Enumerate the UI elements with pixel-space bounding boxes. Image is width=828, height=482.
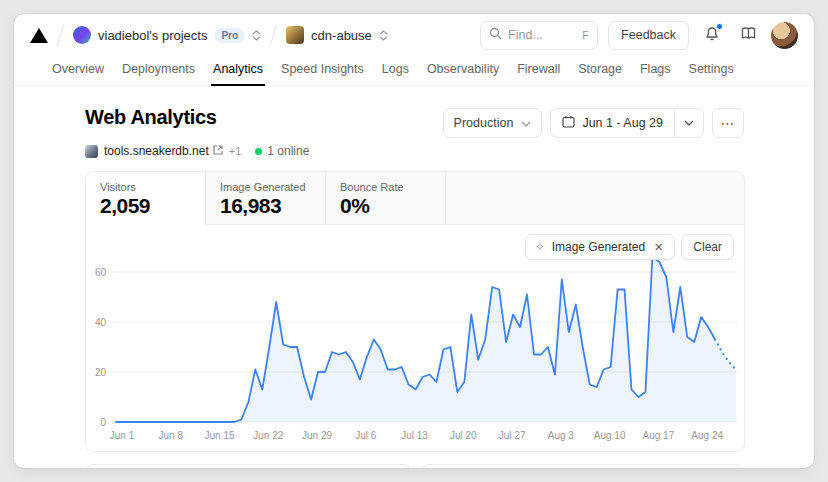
tab-observability[interactable]: Observability [419, 56, 507, 85]
stat-label: Visitors [100, 181, 191, 193]
notification-dot [716, 23, 723, 30]
stat-value: 16,983 [220, 194, 311, 218]
chevrons-up-down-icon [379, 30, 388, 41]
svg-text:Jun 15: Jun 15 [205, 430, 235, 441]
team-name: viadiebol's projects [98, 28, 207, 43]
svg-text:Jun 8: Jun 8 [159, 430, 184, 441]
online-status-text: 1 online [267, 144, 309, 158]
tab-deployments[interactable]: Deployments [114, 56, 203, 85]
vercel-logo-icon[interactable] [30, 28, 48, 43]
chart-y-axis-labels: 0204060 [95, 267, 107, 428]
chart-x-axis-labels: Jun 1Jun 8Jun 15Jun 22Jun 29Jul 6Jul 13J… [110, 430, 724, 441]
svg-text:Jul 6: Jul 6 [355, 430, 377, 441]
online-dot-icon [255, 148, 262, 155]
svg-text:Jul 27: Jul 27 [499, 430, 526, 441]
online-status: 1 online [255, 144, 309, 158]
svg-text:0: 0 [100, 417, 106, 428]
more-options-button[interactable]: ⋯ [712, 108, 744, 138]
tab-overview[interactable]: Overview [44, 56, 112, 85]
chart-area-fill [116, 257, 736, 422]
top-header: viadiebol's projects Pro cdn-abuse [14, 14, 814, 56]
clear-filter-button[interactable]: Clear [681, 234, 734, 260]
calendar-icon [562, 115, 575, 131]
environment-select[interactable]: Production [443, 108, 543, 138]
environment-label: Production [454, 116, 514, 130]
date-range-chevron-button[interactable] [675, 109, 703, 137]
bottom-panels: PagesRoutesHostnamesVISITORSReferrersUTM… [85, 464, 744, 468]
domain-text: tools.sneakerdb.net [104, 144, 209, 158]
project-name: cdn-abuse [311, 28, 372, 43]
stat-tab-bounce-rate[interactable]: Bounce Rate0% [326, 172, 446, 225]
svg-text:Jun 22: Jun 22 [253, 430, 283, 441]
tab-settings[interactable]: Settings [681, 56, 742, 85]
analytics-card: Visitors2,059Image Generated16,983Bounce… [85, 171, 745, 452]
project-avatar [286, 26, 304, 44]
svg-text:20: 20 [95, 367, 107, 378]
user-avatar[interactable] [771, 22, 798, 49]
tab-logs[interactable]: Logs [374, 56, 417, 85]
tab-storage[interactable]: Storage [570, 56, 630, 85]
search-input[interactable] [508, 28, 566, 42]
chevrons-up-down-icon [252, 30, 261, 41]
search-icon [489, 26, 502, 44]
project-switcher[interactable]: cdn-abuse [286, 26, 388, 44]
nav-tabs: OverviewDeploymentsAnalyticsSpeed Insigh… [14, 56, 814, 86]
tab-firewall[interactable]: Firewall [509, 56, 568, 85]
event-filter-icon: ✧ [535, 240, 545, 254]
book-icon [740, 26, 757, 44]
panel-header: PagesRoutesHostnamesVISITORS [86, 465, 411, 468]
filter-chip-row: ✧ Image Generated ✕ Clear [525, 234, 734, 260]
date-range-label: Jun 1 - Aug 29 [582, 116, 663, 130]
domain-row: tools.sneakerdb.net +1 1 online [85, 144, 744, 158]
stats-filler [446, 172, 744, 225]
docs-button[interactable] [735, 22, 761, 48]
stat-tab-image-generated[interactable]: Image Generated16,983 [206, 172, 326, 225]
svg-text:Aug 24: Aug 24 [691, 430, 723, 441]
desktop-background: viadiebol's projects Pro cdn-abuse [0, 0, 828, 482]
svg-text:Jul 13: Jul 13 [401, 430, 428, 441]
feedback-button[interactable]: Feedback [608, 21, 689, 50]
svg-text:60: 60 [95, 267, 107, 278]
panel-header: ReferrersUTM ParametersVISITORS [421, 465, 744, 468]
chart-area: ✧ Image Generated ✕ Clear 0204060Jun 1Ju… [86, 225, 744, 452]
tab-speed-insights[interactable]: Speed Insights [273, 56, 372, 85]
search-shortcut-hint: F [582, 29, 589, 41]
stat-tab-visitors[interactable]: Visitors2,059 [86, 172, 206, 225]
chevron-down-icon [521, 116, 531, 130]
stat-label: Bounce Rate [340, 181, 431, 193]
svg-text:Aug 10: Aug 10 [594, 430, 626, 441]
title-row: Web Analytics Production Jun 1 [85, 106, 744, 138]
header-right: F Feedback [480, 21, 798, 50]
svg-text:Aug 17: Aug 17 [643, 430, 675, 441]
title-controls: Production Jun 1 - Aug 29 [443, 108, 744, 138]
tab-flags[interactable]: Flags [632, 56, 679, 85]
stat-value: 2,059 [100, 194, 191, 218]
svg-text:Aug 3: Aug 3 [548, 430, 575, 441]
stat-label: Image Generated [220, 181, 311, 193]
domain-link[interactable]: tools.sneakerdb.net [104, 144, 223, 158]
team-avatar [73, 26, 91, 44]
svg-text:40: 40 [95, 317, 107, 328]
search-box[interactable]: F [480, 21, 598, 50]
svg-text:Jun 1: Jun 1 [110, 430, 135, 441]
close-icon[interactable]: ✕ [652, 239, 665, 256]
page-content: Web Analytics Production Jun 1 [14, 86, 814, 468]
svg-text:Jun 29: Jun 29 [302, 430, 332, 441]
filter-chip[interactable]: ✧ Image Generated ✕ [525, 234, 676, 260]
plan-badge: Pro [214, 28, 245, 43]
external-link-icon [213, 144, 223, 158]
filter-chip-label: Image Generated [552, 240, 645, 254]
page-title: Web Analytics [85, 106, 217, 129]
app-window: viadiebol's projects Pro cdn-abuse [14, 14, 814, 468]
date-range-button[interactable]: Jun 1 - Aug 29 [551, 109, 674, 137]
breadcrumb-slash [270, 24, 278, 45]
team-switcher[interactable]: viadiebol's projects Pro [73, 26, 261, 44]
panel-referrers: ReferrersUTM ParametersVISITORS [420, 464, 745, 468]
stat-value: 0% [340, 194, 431, 218]
svg-text:Jul 20: Jul 20 [450, 430, 477, 441]
stats-row: Visitors2,059Image Generated16,983Bounce… [86, 172, 744, 225]
tab-analytics[interactable]: Analytics [205, 56, 271, 85]
notifications-button[interactable] [699, 22, 725, 48]
domain-more-count[interactable]: +1 [229, 145, 242, 157]
date-range-picker[interactable]: Jun 1 - Aug 29 [550, 108, 704, 138]
